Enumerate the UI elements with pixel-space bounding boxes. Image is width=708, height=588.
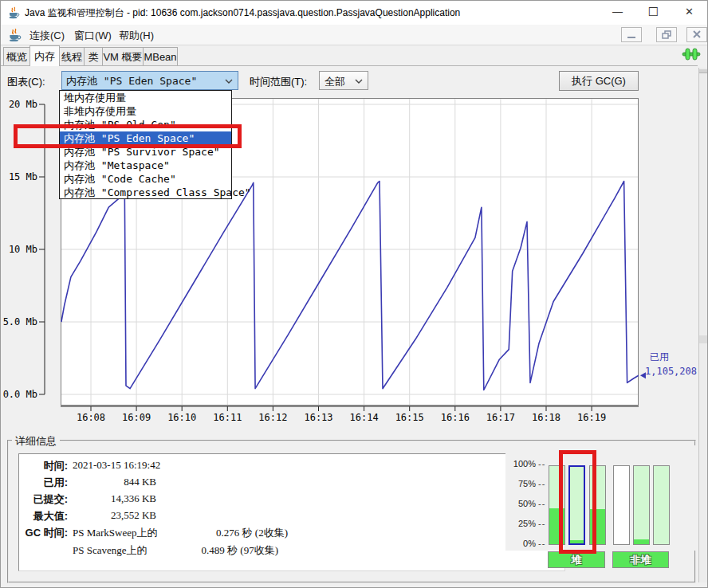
scrollbar-mark <box>699 335 708 343</box>
pool-bar-used-fill <box>590 509 605 544</box>
x-tick-label: 16:16 <box>441 412 470 423</box>
x-tick-label: 16:08 <box>77 412 105 423</box>
x-tick-label: 16:14 <box>350 412 379 423</box>
percent-label: 50% <box>505 499 536 508</box>
chart-type-dropdown-list: 堆内存使用量非堆内存使用量内存池 "PS Old Gen"内存池 "PS Ede… <box>59 90 232 199</box>
detail-label: 时间: <box>20 459 68 473</box>
dropdown-item-6[interactable]: 内存池 "Code Cache" <box>60 172 231 186</box>
x-tick-label: 16:18 <box>532 412 560 423</box>
pool-group-button-0[interactable]: 堆 <box>548 551 605 568</box>
dropdown-item-7[interactable]: 内存池 "Compressed Class Space" <box>60 186 231 199</box>
pool-bar-0-0[interactable] <box>549 465 565 545</box>
detail-value: 23,552 KB <box>73 509 156 522</box>
percent-tick: -- <box>538 519 545 528</box>
x-tick-label: 16:10 <box>167 412 196 423</box>
x-tick-label: 16:17 <box>486 412 515 423</box>
detail-row-5: PS Scavenge上的0.489 秒 (97收集) <box>20 543 546 559</box>
pool-bar-used-fill <box>634 539 649 544</box>
y-tick-label: 15 Mb <box>9 171 37 182</box>
tab-1[interactable]: 内存 <box>30 45 60 66</box>
memory-used-line <box>61 182 639 390</box>
detail-row-2: 已提交:14,336 KB <box>20 492 546 508</box>
percent-tick: -- <box>538 539 545 548</box>
pool-bar-1-0[interactable] <box>613 465 630 545</box>
percent-label: 0% <box>505 539 536 548</box>
dropdown-item-4[interactable]: 内存池 "PS Survivor Space" <box>60 145 231 159</box>
scrollbar-thumb[interactable] <box>699 69 708 73</box>
connection-status-icon <box>682 48 701 61</box>
x-tick-label: 16:19 <box>577 412 606 423</box>
used-marker-value: 1,105,208 <box>645 366 697 377</box>
detail-row-3: 最大值:23,552 KB <box>20 509 546 525</box>
y-tick-label: 10 Mb <box>9 244 37 255</box>
detail-label: 已提交: <box>20 492 68 507</box>
jconsole-window: Java 监视和管理控制台 - pid: 10636 com.jackson07… <box>0 0 708 588</box>
pool-bar-used-fill <box>549 508 564 544</box>
y-tick-label: 20 Mb <box>9 99 37 110</box>
detail-value: 14,336 KB <box>73 492 156 505</box>
detail-value: 844 KB <box>73 476 156 488</box>
used-marker-label: 已用 <box>650 351 669 363</box>
pool-bar-0-2[interactable] <box>589 465 606 545</box>
percent-label: 100% <box>505 459 536 468</box>
memory-usage-chart: 20 Mb15 Mb10 Mb5.0 Mb0.0 Mb16:0816:0916:… <box>1 1 698 435</box>
dropdown-item-1[interactable]: 非堆内存使用量 <box>60 104 231 118</box>
dropdown-item-3[interactable]: 内存池 "PS Eden Space" <box>60 131 231 145</box>
dropdown-item-5[interactable]: 内存池 "Metaspace" <box>60 159 231 172</box>
detail-row-4: GC 时间:PS MarkSweep上的0.276 秒 (2收集) <box>20 526 546 542</box>
detail-row-1: 已用:844 KB <box>20 476 546 492</box>
x-tick-label: 16:12 <box>258 412 287 423</box>
pool-bar-1-2[interactable] <box>653 465 670 545</box>
detail-label: 最大值: <box>20 509 68 523</box>
dropdown-item-0[interactable]: 堆内存使用量 <box>60 91 231 104</box>
x-tick-label: 16:09 <box>122 412 151 423</box>
x-tick-label: 16:15 <box>395 412 424 423</box>
dropdown-item-2[interactable]: 内存池 "PS Old Gen" <box>60 118 231 131</box>
y-tick-label: 0.0 Mb <box>3 389 37 400</box>
pool-bar-used-fill <box>570 540 584 543</box>
detail-label: 已用: <box>20 476 68 490</box>
percent-tick: -- <box>538 479 545 488</box>
detail-value: 2021-03-15 16:19:42 <box>73 459 160 472</box>
percent-label: 25% <box>505 519 536 528</box>
detail-extra-value: 0.489 秒 (97收集) <box>73 543 278 558</box>
detail-extra-value: 0.276 秒 (2收集) <box>73 526 288 540</box>
percent-tick: -- <box>538 499 545 508</box>
x-tick-label: 16:13 <box>304 412 332 423</box>
pool-bar-0-1[interactable] <box>568 465 585 545</box>
vertical-scrollbar[interactable] <box>698 68 708 582</box>
detail-row-0: 时间:2021-03-15 16:19:42 <box>20 459 546 475</box>
y-tick-label: 5.0 Mb <box>3 316 37 327</box>
details-group-title: 详细信息 <box>12 434 60 449</box>
detail-label: GC 时间: <box>20 526 68 540</box>
percent-tick: -- <box>538 459 545 468</box>
percent-label: 75% <box>505 479 536 488</box>
pool-group-button-1[interactable]: 非堆 <box>612 551 669 568</box>
pool-bar-1-1[interactable] <box>633 465 650 545</box>
x-tick-label: 16:11 <box>213 412 242 423</box>
